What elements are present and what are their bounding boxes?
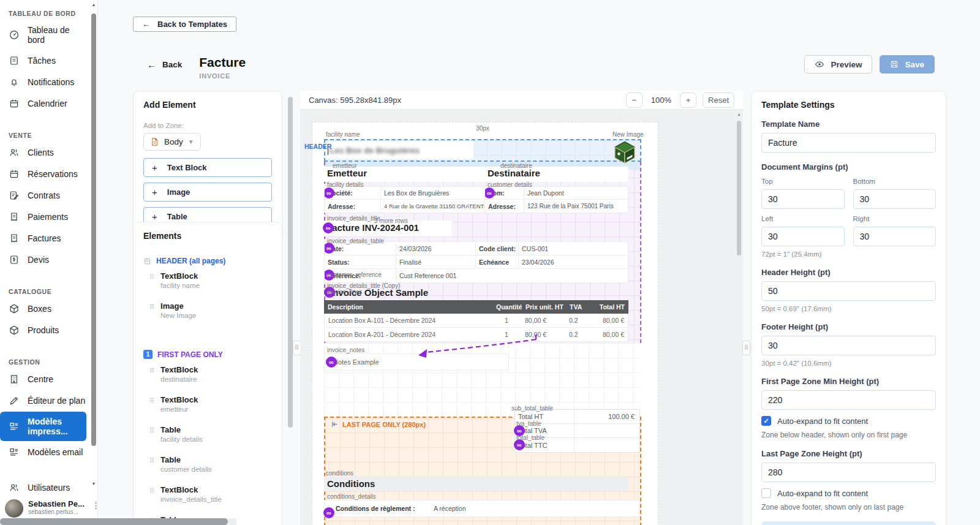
sidebar-item-contrats[interactable]: Contrats bbox=[0, 185, 86, 206]
sidebar-section-catalogue: CATALOGUE bbox=[0, 282, 97, 298]
sidebar-item-boxes[interactable]: Boxes bbox=[0, 298, 86, 319]
zoom-in-button[interactable]: + bbox=[680, 93, 696, 108]
add-image-button[interactable]: +Image bbox=[143, 183, 272, 202]
scrollbar-thumb[interactable] bbox=[91, 13, 96, 446]
element-item-invoice-details-title[interactable]: ⠿ TextBlockinvoice_details_title bbox=[143, 479, 272, 509]
element-item-facility-name[interactable]: ⠿ TextBlockfacility name bbox=[143, 265, 272, 295]
sidebar-item-notifications[interactable]: Notifications bbox=[0, 72, 86, 93]
first-page-zone-label: First Page Zone Min Height (pt) bbox=[761, 377, 936, 386]
plus-icon: + bbox=[152, 162, 157, 173]
margin-top-input[interactable] bbox=[761, 189, 845, 209]
auto-expand-checkbox-last[interactable] bbox=[761, 488, 771, 498]
email-template-icon bbox=[9, 447, 20, 458]
scroll-down-icon[interactable]: ▼ bbox=[91, 482, 97, 486]
element-item-new-image[interactable]: ⠿ ImageNew Image bbox=[143, 295, 272, 325]
sidebar-item-modeles-impression[interactable]: Modèles impress... bbox=[0, 412, 86, 441]
conditions-details-table[interactable]: ∞Conditions de règlement : A réception bbox=[324, 500, 640, 517]
sidebar-item-modeles-email[interactable]: Modèles email bbox=[0, 442, 86, 463]
canvas-scrollbar[interactable]: ▲ bbox=[736, 112, 742, 523]
sidebar-item-factures[interactable]: Factures bbox=[0, 228, 86, 249]
drag-handle-icon[interactable]: ⠿ bbox=[149, 397, 154, 405]
sidebar-item-devis[interactable]: Devis bbox=[0, 249, 86, 270]
element-subtitle: customer details bbox=[160, 466, 212, 473]
margin-bottom-label: Bottom bbox=[853, 178, 937, 185]
scrollbar-thumb[interactable] bbox=[737, 121, 741, 255]
sidebar-item-centre[interactable]: Centre bbox=[0, 369, 86, 390]
customer-details-table[interactable]: ∞Nom: Jean Dupont Adresse: 123 Rue de la… bbox=[484, 186, 628, 213]
sidebar-item-taches[interactable]: Tâches bbox=[0, 50, 86, 71]
facility-name-textblock[interactable]: Les Box de Bruguières bbox=[325, 141, 473, 159]
emetteur-label: emetteur bbox=[333, 162, 356, 169]
back-to-templates-button[interactable]: ← Back to Templates bbox=[133, 17, 236, 32]
first-page-zone-input[interactable] bbox=[761, 390, 936, 410]
sidebar-item-editeur-de-plan[interactable]: Éditeur de plan bbox=[0, 390, 86, 411]
facility-details-table[interactable]: ∞Société: Les Box de Bruguières Adresse:… bbox=[324, 186, 497, 213]
auto-expand-checkbox-first[interactable] bbox=[761, 416, 771, 426]
elements-group-header-label: HEADER (all pages) bbox=[156, 257, 225, 265]
users-icon bbox=[9, 147, 20, 158]
header-zone-label: HEADER bbox=[304, 143, 331, 150]
margin-bottom-input[interactable] bbox=[853, 189, 937, 209]
sidebar-item-label: Notifications bbox=[28, 77, 74, 87]
cube-logo-icon[interactable] bbox=[614, 141, 636, 164]
pencil-icon bbox=[9, 395, 20, 406]
sidebar-item-produits[interactable]: Produits bbox=[0, 320, 86, 341]
save-button[interactable]: Save bbox=[880, 55, 935, 74]
user-email: sebastien.pertus... bbox=[28, 508, 85, 515]
sidebar-item-tableau-de-bord[interactable]: Tableau de bord bbox=[0, 20, 86, 50]
sidebar-scrollbar[interactable]: ▲ ▼ bbox=[91, 1, 97, 524]
drag-handle-icon[interactable]: ⠿ bbox=[149, 273, 154, 281]
element-name: Table bbox=[160, 425, 202, 434]
zone-connector-arrow bbox=[410, 332, 542, 358]
element-subtitle: destinataire bbox=[160, 376, 198, 383]
element-item-emetteur[interactable]: ⠿ TextBlockemetteur bbox=[143, 389, 272, 419]
sidebar-item-clients[interactable]: Clients bbox=[0, 142, 86, 163]
sidebar-item-calendrier[interactable]: Calendrier bbox=[0, 93, 86, 114]
sidebar-item-paiements[interactable]: Paiements bbox=[0, 206, 86, 227]
scrollbar-thumb[interactable] bbox=[288, 97, 293, 428]
cell: Status: bbox=[328, 259, 350, 266]
header-height-input[interactable] bbox=[761, 281, 936, 301]
tools-scrollbar[interactable] bbox=[288, 92, 293, 518]
canvas-viewport[interactable]: 30px facility name New Image HEADER Les … bbox=[300, 110, 743, 525]
template-page[interactable]: 30px facility name New Image HEADER Les … bbox=[312, 122, 658, 525]
footer-height-input[interactable] bbox=[761, 336, 936, 355]
scroll-up-icon[interactable]: ▲ bbox=[736, 112, 742, 116]
drag-handle-icon[interactable]: ⠿ bbox=[149, 427, 154, 435]
sidebar-item-label: Réservations bbox=[28, 169, 78, 179]
template-name-input[interactable] bbox=[761, 133, 936, 153]
conditions-label: conditions bbox=[326, 470, 353, 477]
drag-handle-icon[interactable]: ⠿ bbox=[149, 367, 154, 375]
element-name: TextBlock bbox=[160, 365, 198, 374]
margin-left-input[interactable] bbox=[761, 227, 845, 246]
margin-right-input[interactable] bbox=[853, 227, 937, 246]
drag-handle-icon[interactable]: ⠿ bbox=[149, 303, 154, 311]
add-text-block-button[interactable]: +Text Block bbox=[143, 158, 272, 177]
last-page-zone-input[interactable] bbox=[761, 463, 936, 482]
scrollbar-thumb[interactable] bbox=[0, 518, 228, 525]
notes-text: Notes Example bbox=[333, 358, 379, 366]
horizontal-scrollbar[interactable] bbox=[0, 518, 236, 525]
element-item-customer-details[interactable]: ⠿ Tablecustomer details bbox=[143, 449, 272, 479]
sidebar-item-reservations[interactable]: Réservations bbox=[0, 164, 86, 184]
drag-handle-icon[interactable]: ⠿ bbox=[149, 487, 154, 495]
totals-table[interactable]: Total HT 100.00 € ∞Total TVA ∞Total TTC bbox=[514, 409, 640, 453]
back-button[interactable]: ← Back bbox=[147, 59, 182, 70]
conditions-textblock[interactable]: Conditions bbox=[324, 476, 628, 491]
sidebar-item-utilisateurs[interactable]: Utilisateurs bbox=[0, 477, 86, 498]
element-name: TextBlock bbox=[160, 395, 198, 404]
panel-resize-handle-right[interactable]: ⠿ bbox=[742, 341, 750, 355]
element-item-destinataire[interactable]: ⠿ TextBlockdestinataire bbox=[143, 359, 272, 389]
cell: Conditions de règlement : bbox=[336, 505, 415, 512]
element-item-facility-details[interactable]: ⠿ Tablefacility details bbox=[143, 419, 272, 449]
preview-button[interactable]: Preview bbox=[804, 55, 872, 74]
cell: 0.2 bbox=[565, 317, 590, 324]
drag-handle-icon[interactable]: ⠿ bbox=[149, 457, 154, 465]
user-profile[interactable]: Sebastien Pe... sebastien.pertus... ⋮ bbox=[5, 499, 94, 518]
zone-select[interactable]: Body ▼ bbox=[143, 133, 201, 151]
zoom-out-button[interactable]: − bbox=[626, 93, 643, 108]
page-subtitle: INVOICE bbox=[199, 72, 246, 80]
scroll-up-icon[interactable]: ▲ bbox=[91, 2, 97, 7]
zoom-reset-button[interactable]: Reset bbox=[703, 93, 734, 108]
binding-icon: ∞ bbox=[485, 187, 495, 198]
